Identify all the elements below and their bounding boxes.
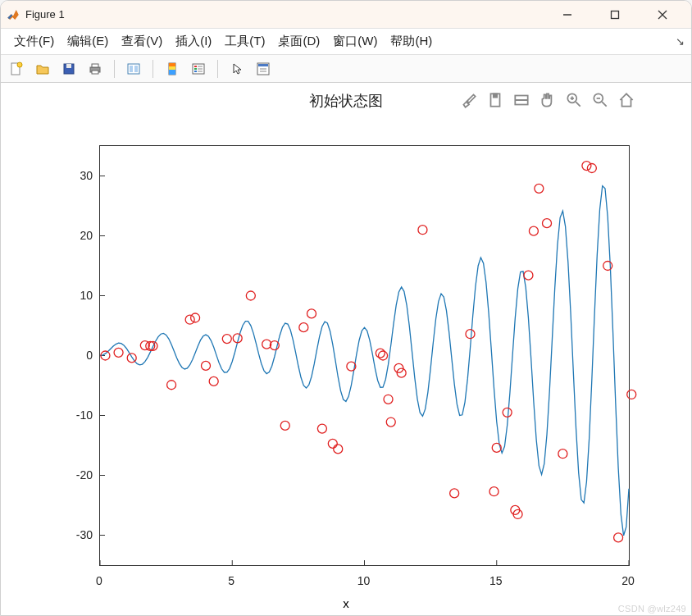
- save-button[interactable]: [58, 58, 80, 80]
- insert-legend-button[interactable]: [188, 58, 209, 80]
- brush-icon: [460, 91, 478, 109]
- data-marker: [379, 351, 388, 360]
- box-zoom-button[interactable]: [512, 91, 530, 109]
- data-marker: [524, 271, 533, 280]
- data-marker: [185, 315, 194, 324]
- titlebar: Figure 1: [1, 1, 691, 29]
- zoom-in-button[interactable]: [565, 91, 583, 109]
- minimize-button[interactable]: [544, 2, 591, 27]
- svg-rect-21: [194, 71, 197, 72]
- x-tick-label: 15: [489, 574, 503, 587]
- chart-area: -30-20-100102030 05101520 x: [1, 111, 691, 615]
- pan-button[interactable]: [539, 91, 557, 109]
- figure-axes-toolbar: [460, 91, 635, 109]
- insert-colorbar-icon: [165, 62, 180, 76]
- figure-palette-icon: [126, 62, 141, 76]
- y-axis-labels: -30-20-100102030: [1, 145, 98, 566]
- zoom-in-icon: [565, 91, 583, 109]
- data-marker: [127, 354, 136, 363]
- box-zoom-icon: [512, 91, 530, 109]
- print-icon: [88, 62, 102, 76]
- home-button[interactable]: [617, 91, 635, 109]
- data-marker: [386, 418, 395, 427]
- data-marker: [334, 445, 343, 454]
- export-button[interactable]: [486, 91, 504, 109]
- menu-edit[interactable]: 编辑(E): [61, 30, 115, 52]
- menu-desktop[interactable]: 桌面(D): [271, 30, 326, 52]
- data-marker: [582, 162, 591, 171]
- svg-line-33: [576, 102, 580, 107]
- data-marker: [503, 408, 512, 417]
- toolbar-separator: [217, 60, 218, 78]
- menu-view[interactable]: 查看(V): [115, 30, 169, 52]
- pan-icon: [539, 91, 557, 109]
- open-button[interactable]: [32, 58, 53, 80]
- brush-button[interactable]: [460, 91, 478, 109]
- data-marker: [529, 226, 538, 235]
- data-marker: [246, 291, 255, 300]
- x-axis-labels: 05101520: [99, 574, 630, 591]
- data-marker: [209, 376, 218, 386]
- svg-rect-7: [66, 64, 71, 68]
- plot-svg: [100, 146, 629, 565]
- x-tick-label: 20: [621, 574, 635, 587]
- data-marker: [317, 424, 326, 433]
- matlab-icon: [6, 7, 20, 22]
- window-title: Figure 1: [25, 8, 65, 21]
- data-marker: [558, 449, 567, 459]
- open-folder-icon: [35, 62, 50, 76]
- svg-rect-13: [134, 66, 138, 72]
- print-button[interactable]: [84, 58, 106, 80]
- svg-rect-12: [130, 66, 133, 72]
- zoom-out-button[interactable]: [591, 91, 609, 109]
- axes[interactable]: [99, 145, 630, 566]
- data-marker: [328, 439, 337, 448]
- y-tick-label: -10: [76, 408, 93, 422]
- x-tick-label: 5: [228, 574, 234, 587]
- svg-rect-17: [169, 70, 175, 75]
- figure-palette-button[interactable]: [123, 58, 144, 80]
- data-marker: [627, 390, 636, 399]
- zoom-out-icon: [591, 91, 609, 109]
- close-button[interactable]: [639, 2, 686, 27]
- maximize-button[interactable]: [591, 2, 639, 27]
- data-marker: [450, 489, 459, 498]
- menu-help[interactable]: 帮助(H): [384, 30, 439, 52]
- data-marker: [191, 313, 200, 322]
- pointer-button[interactable]: [226, 58, 248, 80]
- menu-window[interactable]: 窗口(W): [326, 30, 384, 52]
- menu-insert[interactable]: 插入(I): [169, 30, 218, 52]
- data-marker: [299, 323, 308, 332]
- insert-colorbar-button[interactable]: [162, 58, 183, 80]
- pointer-icon: [230, 62, 244, 76]
- svg-rect-9: [92, 64, 98, 67]
- svg-rect-1: [612, 11, 619, 18]
- data-cursor-icon: [256, 62, 271, 76]
- new-file-button[interactable]: [6, 58, 27, 80]
- svg-rect-10: [92, 71, 98, 74]
- home-icon: [617, 91, 635, 109]
- y-tick-label: 0: [86, 349, 93, 362]
- figure-content: 初始状态图 -30-20-100: [1, 83, 691, 615]
- data-marker: [307, 309, 316, 318]
- data-marker: [202, 361, 211, 370]
- menubar: 文件(F) 编辑(E) 查看(V) 插入(I) 工具(T) 桌面(D) 窗口(W…: [1, 29, 691, 55]
- y-tick-label: -30: [76, 528, 93, 541]
- data-marker: [114, 348, 123, 357]
- data-cursor-button[interactable]: [253, 58, 274, 80]
- data-marker: [167, 381, 176, 390]
- data-marker: [603, 262, 612, 271]
- menu-overflow-icon[interactable]: ↘: [676, 35, 685, 48]
- x-tick-label: 0: [96, 574, 102, 587]
- data-marker: [466, 330, 475, 339]
- toolbar-separator: [153, 60, 153, 78]
- figure-window: Figure 1 文件(F) 编辑(E) 查看(V) 插入(I) 工具(T) 桌…: [0, 0, 692, 616]
- menu-tools[interactable]: 工具(T): [218, 30, 271, 52]
- svg-point-5: [17, 62, 22, 67]
- svg-rect-20: [194, 68, 197, 70]
- svg-rect-15: [169, 63, 175, 66]
- menu-file[interactable]: 文件(F): [7, 30, 61, 52]
- x-tick-label: 10: [357, 574, 371, 587]
- x-axis-title: x: [343, 596, 349, 610]
- data-marker: [384, 395, 393, 404]
